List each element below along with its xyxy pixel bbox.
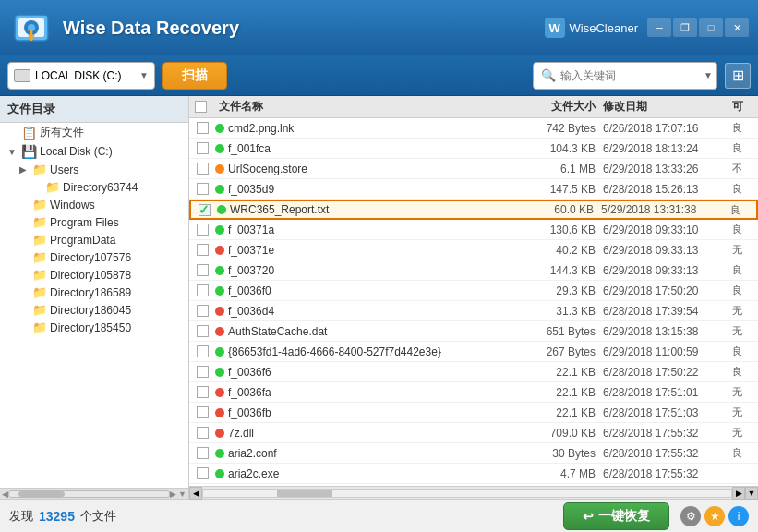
checkbox[interactable]	[197, 386, 209, 398]
checkbox[interactable]	[197, 305, 209, 317]
row-checkbox[interactable]	[189, 427, 215, 439]
sidebar-item-local-disk[interactable]: ▼ 💾 Local Disk (C:)	[0, 142, 188, 161]
sidebar-item-windows[interactable]: 📁 Windows	[0, 196, 188, 213]
row-checkbox[interactable]	[189, 305, 215, 317]
scroll-thumb[interactable]	[277, 490, 332, 497]
row-checkbox[interactable]	[189, 447, 215, 459]
table-row[interactable]: f_0036f0 29.3 KB 6/29/2018 17:50:20 良	[189, 281, 758, 301]
settings-icon-btn[interactable]: ⚙	[680, 506, 701, 526]
table-row[interactable]: UrlSoceng.store 6.1 MB 6/29/2018 13:33:2…	[189, 159, 758, 179]
file-quality: 无	[732, 405, 758, 419]
checkbox[interactable]	[197, 345, 209, 357]
sidebar-item-programdata[interactable]: 📁 ProgramData	[0, 231, 188, 248]
file-name: f_00371e	[228, 244, 516, 257]
checkbox[interactable]	[197, 284, 209, 296]
checkbox[interactable]	[197, 224, 209, 236]
scroll-down-button[interactable]: ▼	[745, 487, 758, 500]
brand-logo: W WiseCleaner	[545, 18, 638, 38]
table-row[interactable]: f_0036fb 22.1 KB 6/28/2018 17:51:03 无	[189, 403, 758, 423]
row-checkbox[interactable]	[189, 183, 215, 195]
scroll-down-btn[interactable]: ▼	[178, 490, 186, 499]
row-checkbox[interactable]	[189, 345, 215, 357]
row-checkbox[interactable]	[189, 284, 215, 296]
row-checkbox[interactable]	[189, 244, 215, 256]
checkbox[interactable]	[197, 183, 209, 195]
table-row[interactable]: AuthStateCache.dat 651 Bytes 6/29/2018 1…	[189, 321, 758, 342]
checkbox[interactable]	[197, 163, 209, 175]
file-date: 6/28/2018 17:39:54	[603, 305, 732, 318]
table-row[interactable]: aria2c.exe 4.7 MB 6/28/2018 17:55:32	[189, 464, 758, 484]
row-checkbox[interactable]	[189, 264, 215, 276]
checkbox[interactable]	[197, 366, 209, 378]
search-box[interactable]: 🔍 ▼	[533, 62, 717, 90]
checkbox[interactable]	[197, 142, 209, 154]
checkbox[interactable]	[197, 467, 209, 479]
scroll-right-button[interactable]: ▶	[732, 487, 745, 500]
table-row[interactable]: f_0036fa 22.1 KB 6/28/2018 17:51:01 无	[189, 382, 758, 403]
table-row[interactable]: f_0036d4 31.3 KB 6/28/2018 17:39:54 无	[189, 301, 758, 321]
row-checkbox[interactable]	[189, 386, 215, 398]
scroll-left-button[interactable]: ◀	[189, 487, 202, 500]
sidebar-item-program-files[interactable]: 📁 Program Files	[0, 213, 188, 231]
checkbox[interactable]	[197, 325, 209, 337]
checkbox[interactable]	[197, 244, 209, 256]
file-list-scrollbar[interactable]: ◀ ▶ ▼	[189, 486, 758, 499]
checkbox[interactable]	[197, 122, 209, 134]
sidebar-item-dir107576[interactable]: 📁 Directory107576	[0, 248, 188, 266]
row-checkbox[interactable]	[189, 366, 215, 378]
disk-selector[interactable]: LOCAL DISK (C:) ▼	[7, 62, 155, 90]
row-checkbox[interactable]	[189, 122, 215, 134]
sidebar-item-dir186589[interactable]: 📁 Directory186589	[0, 284, 188, 301]
sidebar-item-dir185450[interactable]: 📁 Directory185450	[0, 319, 188, 336]
checkbox[interactable]	[197, 264, 209, 276]
table-row[interactable]: f_00371a 130.6 KB 6/29/2018 09:33:10 良	[189, 220, 758, 240]
row-checkbox[interactable]: ✓	[191, 204, 217, 216]
row-checkbox[interactable]	[189, 163, 215, 175]
info-icon-btn[interactable]: i	[728, 506, 749, 526]
expand-icon	[17, 304, 30, 317]
scan-button[interactable]: 扫描	[162, 62, 227, 90]
sidebar-item-all-files[interactable]: 📋 所有文件	[0, 123, 188, 142]
row-checkbox[interactable]	[189, 325, 215, 337]
checkbox[interactable]	[197, 447, 209, 459]
close-button[interactable]: ✕	[725, 18, 749, 37]
sidebar-item-users[interactable]: ▶ 📁 Users	[0, 161, 188, 178]
row-checkbox[interactable]	[189, 142, 215, 154]
scroll-thumb[interactable]	[18, 491, 65, 497]
minimize-button[interactable]: ─	[647, 18, 671, 37]
row-checkbox[interactable]	[189, 406, 215, 418]
sidebar-horizontal-scrollbar[interactable]: ◀ ▶ ▼	[0, 488, 188, 499]
search-input[interactable]	[560, 69, 699, 82]
checkbox[interactable]	[197, 406, 209, 418]
header-filesize: 文件大小	[520, 99, 603, 115]
table-row[interactable]: {86653fd1-4ad6-4666-8400-527f7d442e3e} 2…	[189, 342, 758, 362]
sidebar-item-dir186045[interactable]: 📁 Directory186045	[0, 301, 188, 319]
table-row[interactable]: f_0036f6 22.1 KB 6/28/2018 17:50:22 良	[189, 362, 758, 382]
table-row[interactable]: 7z.dll 709.0 KB 6/28/2018 17:55:32 无	[189, 423, 758, 443]
checkbox[interactable]	[197, 427, 209, 439]
row-checkbox[interactable]	[189, 467, 215, 479]
table-row[interactable]: aria2.conf 30 Bytes 6/28/2018 17:55:32 良	[189, 443, 758, 464]
table-row[interactable]: f_00371e 40.2 KB 6/29/2018 09:33:13 无	[189, 240, 758, 260]
table-row[interactable]: f_003720 144.3 KB 6/29/2018 09:33:13 良	[189, 260, 758, 281]
file-size: 22.1 KB	[520, 406, 603, 419]
scroll-left-btn[interactable]: ◀	[2, 490, 8, 499]
table-row[interactable]: f_0035d9 147.5 KB 6/28/2018 15:26:13 良	[189, 179, 758, 200]
table-row[interactable]: f_001fca 104.3 KB 6/29/2018 18:13:24 良	[189, 139, 758, 159]
row-checkbox[interactable]	[189, 224, 215, 236]
quality-dot	[215, 449, 224, 458]
select-all-checkbox[interactable]	[195, 101, 207, 113]
maximize-button[interactable]: □	[699, 18, 723, 37]
recover-button[interactable]: ↩ 一键恢复	[563, 502, 669, 530]
restore-button[interactable]: ❐	[673, 18, 697, 37]
view-toggle-button[interactable]: ⊞	[725, 63, 751, 89]
sidebar-item-dir63744[interactable]: 📁 Directory63744	[0, 178, 188, 196]
star-icon-btn[interactable]: ★	[704, 506, 725, 526]
table-row[interactable]: cmd2.png.lnk 742 Bytes 6/26/2018 17:07:1…	[189, 118, 758, 139]
scroll-right-btn[interactable]: ▶	[170, 490, 176, 499]
expand-icon	[17, 251, 30, 264]
table-row[interactable]: ✓ WRC365_Report.txt 60.0 KB 5/29/2018 13…	[189, 200, 758, 220]
sidebar-item-dir105878[interactable]: 📁 Directory105878	[0, 266, 188, 284]
header-check[interactable]	[189, 101, 215, 113]
checkbox[interactable]: ✓	[199, 204, 211, 216]
